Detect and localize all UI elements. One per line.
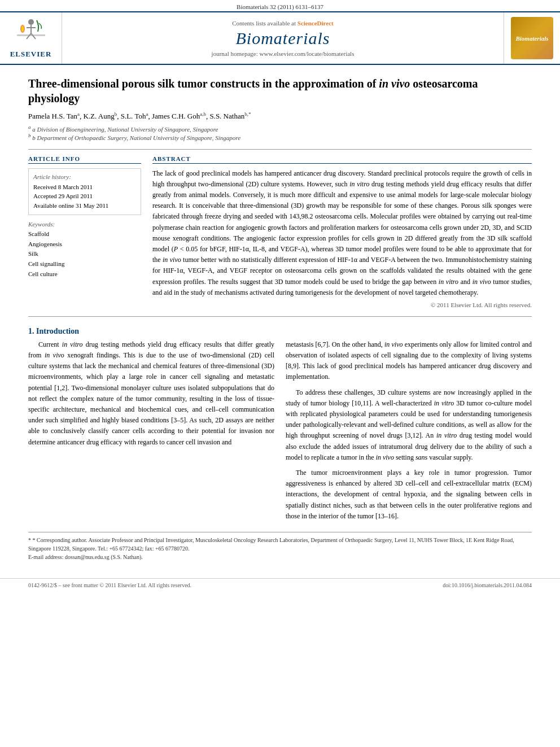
abstract-col: ABSTRACT The lack of good preclinical mo…	[152, 155, 532, 308]
article-info-box: Article history: Received 8 March 2011 A…	[28, 168, 141, 216]
keyword-scaffold: Scaffold	[28, 229, 141, 239]
intro-title: 1. Introduction	[28, 327, 532, 336]
accepted-date: Accepted 29 April 2011	[33, 191, 136, 201]
abstract-text: The lack of good preclinical models has …	[152, 168, 532, 298]
header-right: Biomaterials	[504, 12, 560, 64]
intro-para-2: metastasis [6,7]. On the other hand, in …	[286, 339, 532, 383]
svg-point-7	[21, 26, 24, 32]
bottom-issn: 0142-9612/$ – see front matter © 2011 El…	[28, 582, 191, 588]
article-info-abstract: ARTICLE INFO Article history: Received 8…	[28, 155, 532, 308]
article-title: Three-dimensional porous silk tumor cons…	[28, 76, 532, 106]
intro-col-left: Current in vitro drug testing methods yi…	[28, 339, 274, 526]
journal-top-bar: Biomaterials 32 (2011) 6131–6137	[0, 0, 560, 11]
header-center: Contents lists available at ScienceDirec…	[62, 12, 504, 64]
keyword-cell-signalling: Cell signalling	[28, 259, 141, 269]
article-history-label: Article history:	[33, 173, 136, 180]
affiliation-a: a Division of Bioengineering, National U…	[32, 126, 218, 133]
elsevier-logo: ELSEVIER	[10, 18, 52, 59]
intro-col-right: metastasis [6,7]. On the other hand, in …	[286, 339, 532, 526]
article-info-header: ARTICLE INFO	[28, 155, 141, 164]
badge-text: Biomaterials	[515, 35, 548, 42]
intro-para-1: Current in vitro drug testing methods yi…	[28, 339, 274, 448]
footnote-email-label: E-mail address:	[28, 554, 63, 560]
abstract-header: ABSTRACT	[152, 155, 532, 164]
elsevier-name-text: ELSEVIER	[10, 50, 52, 59]
keyword-cell-culture: Cell culture	[28, 269, 141, 279]
divider-1	[28, 149, 532, 150]
keyword-angiogenesis: Angiogenesis	[28, 239, 141, 250]
keyword-silk: Silk	[28, 249, 141, 259]
sciencedirect-line: Contents lists available at ScienceDirec…	[232, 20, 333, 27]
journal-ref: Biomaterials 32 (2011) 6131–6137	[237, 3, 323, 10]
contents-text: Contents lists available at	[232, 20, 296, 27]
bottom-doi: doi:10.1016/j.biomaterials.2011.04.084	[443, 582, 532, 588]
elsevier-tree-icon	[14, 18, 48, 49]
footnote-email-line: E-mail address: dossan@nus.edu.sg (S.S. …	[28, 553, 532, 561]
intro-para-4: The tumor microenvironment plays a key r…	[286, 468, 532, 522]
intro-para-3: To address these challenges, 3D culture …	[286, 387, 532, 463]
abstract-copyright: © 2011 Elsevier Ltd. All rights reserved…	[152, 302, 532, 308]
received-date: Received 8 March 2011	[33, 182, 136, 192]
footnote-corresponding: * Corresponding author. Associate Profes…	[28, 537, 514, 552]
article-content: Three-dimensional porous silk tumor cons…	[0, 65, 560, 573]
journal-title-banner: Biomaterials	[236, 29, 330, 48]
divider-2	[28, 316, 532, 317]
journal-homepage-line: journal homepage: www.elsevier.com/locat…	[212, 50, 355, 57]
keywords-label: Keywords:	[28, 221, 141, 228]
intro-section: 1. Introduction Current in vitro drug te…	[28, 327, 532, 526]
footnote-star-text: * * Corresponding author. Associate Prof…	[28, 536, 532, 553]
header-left: ELSEVIER	[0, 12, 62, 64]
affiliations: a a Division of Bioengineering, National…	[28, 124, 532, 141]
footnote-email: dossan@nus.edu.sg (S.S. Nathan).	[65, 554, 143, 560]
svg-rect-0	[17, 34, 45, 36]
svg-point-1	[28, 19, 34, 25]
article-info-col: ARTICLE INFO Article history: Received 8…	[28, 155, 141, 308]
authors-line: Pamela H.S. Tana, K.Z. Aungb, S.L. Toha,…	[28, 111, 532, 121]
intro-body: Current in vitro drug testing methods yi…	[28, 339, 532, 526]
biomaterials-badge: Biomaterials	[511, 17, 553, 59]
bottom-bar: 0142-9612/$ – see front matter © 2011 El…	[0, 578, 560, 592]
affiliation-b: b Department of Orthopaedic Surgery, Nat…	[32, 134, 240, 141]
sciencedirect-link[interactable]: ScienceDirect	[298, 20, 334, 27]
available-date: Available online 31 May 2011	[33, 201, 136, 211]
header-banner: ELSEVIER Contents lists available at Sci…	[0, 11, 560, 65]
keywords-section: Keywords: Scaffold Angiogenesis Silk Cel…	[28, 221, 141, 279]
footnote-section: * * Corresponding author. Associate Prof…	[28, 532, 532, 561]
